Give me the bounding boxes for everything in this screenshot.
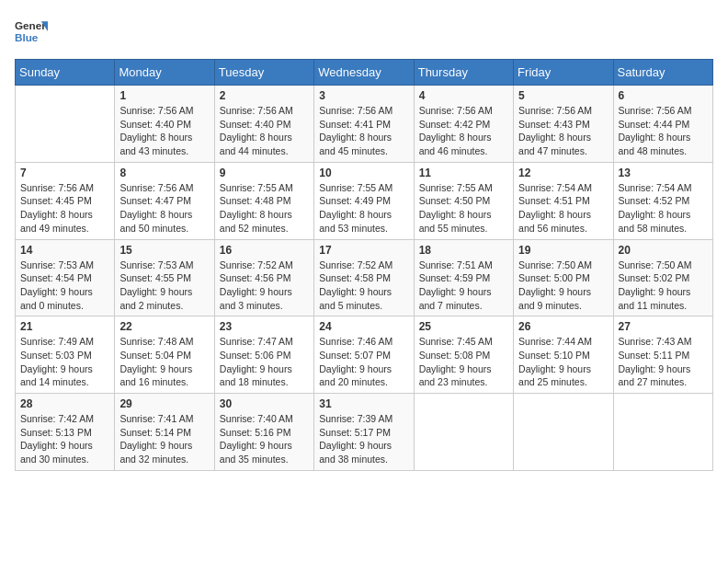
weekday-header: Wednesday (314, 60, 414, 86)
day-number: 26 (518, 320, 608, 333)
calendar-cell: 11Sunrise: 7:55 AMSunset: 4:50 PMDayligh… (414, 162, 513, 239)
day-info: Sunrise: 7:50 AMSunset: 5:02 PMDaylight:… (619, 259, 708, 313)
calendar-cell (514, 394, 613, 471)
calendar-cell: 18Sunrise: 7:51 AMSunset: 4:59 PMDayligh… (414, 239, 513, 316)
calendar-week-row: 28Sunrise: 7:42 AMSunset: 5:13 PMDayligh… (16, 394, 713, 471)
day-info: Sunrise: 7:55 AMSunset: 4:50 PMDaylight:… (419, 181, 508, 236)
calendar-cell: 4Sunrise: 7:56 AMSunset: 4:42 PMDaylight… (414, 86, 513, 163)
calendar-cell (613, 394, 712, 471)
calendar-body: 1Sunrise: 7:56 AMSunset: 4:40 PMDaylight… (16, 86, 713, 471)
calendar-cell: 7Sunrise: 7:56 AMSunset: 4:45 PMDaylight… (16, 162, 115, 239)
calendar-week-row: 7Sunrise: 7:56 AMSunset: 4:45 PMDaylight… (16, 162, 713, 239)
day-number: 27 (619, 320, 708, 333)
logo-icon: General Blue (15, 15, 48, 48)
day-info: Sunrise: 7:42 AMSunset: 5:13 PMDaylight:… (20, 412, 109, 466)
calendar-header: SundayMondayTuesdayWednesdayThursdayFrid… (16, 60, 713, 86)
day-info: Sunrise: 7:45 AMSunset: 5:08 PMDaylight:… (419, 335, 508, 389)
day-number: 24 (319, 320, 408, 333)
day-number: 5 (518, 89, 608, 102)
day-info: Sunrise: 7:39 AMSunset: 5:17 PMDaylight:… (319, 412, 408, 466)
calendar-cell: 8Sunrise: 7:56 AMSunset: 4:47 PMDaylight… (115, 162, 214, 239)
calendar-cell: 22Sunrise: 7:48 AMSunset: 5:04 PMDayligh… (115, 316, 214, 394)
day-info: Sunrise: 7:48 AMSunset: 5:04 PMDaylight:… (119, 335, 209, 389)
calendar-cell (16, 86, 115, 163)
day-number: 29 (119, 397, 209, 410)
calendar-cell: 30Sunrise: 7:40 AMSunset: 5:16 PMDayligh… (214, 394, 313, 471)
calendar-cell: 19Sunrise: 7:50 AMSunset: 5:00 PMDayligh… (514, 239, 613, 316)
day-number: 23 (220, 320, 309, 333)
weekday-header: Monday (115, 60, 214, 86)
day-number: 1 (119, 89, 209, 102)
day-number: 28 (20, 397, 109, 410)
day-number: 7 (20, 167, 109, 179)
day-number: 15 (119, 244, 209, 257)
day-number: 18 (419, 244, 508, 257)
day-info: Sunrise: 7:53 AMSunset: 4:55 PMDaylight:… (119, 259, 209, 313)
weekday-header: Tuesday (214, 60, 313, 86)
day-number: 9 (220, 167, 309, 179)
day-info: Sunrise: 7:55 AMSunset: 4:49 PMDaylight:… (319, 181, 408, 236)
day-number: 30 (220, 397, 309, 410)
calendar-cell: 29Sunrise: 7:41 AMSunset: 5:14 PMDayligh… (115, 394, 214, 471)
calendar-cell: 31Sunrise: 7:39 AMSunset: 5:17 PMDayligh… (314, 394, 414, 471)
svg-text:General: General (15, 19, 48, 31)
day-number: 12 (518, 167, 608, 179)
weekday-header: Sunday (16, 60, 115, 86)
day-info: Sunrise: 7:56 AMSunset: 4:40 PMDaylight:… (119, 104, 209, 158)
day-info: Sunrise: 7:56 AMSunset: 4:43 PMDaylight:… (518, 104, 608, 158)
calendar-cell: 21Sunrise: 7:49 AMSunset: 5:03 PMDayligh… (16, 316, 115, 394)
calendar-cell: 10Sunrise: 7:55 AMSunset: 4:49 PMDayligh… (314, 162, 414, 239)
day-number: 10 (319, 167, 408, 179)
day-number: 13 (619, 167, 708, 179)
day-number: 14 (20, 244, 109, 257)
day-number: 8 (119, 167, 209, 179)
day-number: 3 (319, 89, 408, 102)
calendar-cell: 17Sunrise: 7:52 AMSunset: 4:58 PMDayligh… (314, 239, 414, 316)
day-info: Sunrise: 7:56 AMSunset: 4:42 PMDaylight:… (419, 104, 508, 158)
calendar-week-row: 14Sunrise: 7:53 AMSunset: 4:54 PMDayligh… (16, 239, 713, 316)
day-info: Sunrise: 7:41 AMSunset: 5:14 PMDaylight:… (119, 412, 209, 466)
day-info: Sunrise: 7:43 AMSunset: 5:11 PMDaylight:… (619, 335, 708, 389)
day-number: 20 (619, 244, 708, 257)
calendar-cell: 6Sunrise: 7:56 AMSunset: 4:44 PMDaylight… (613, 86, 712, 163)
day-info: Sunrise: 7:56 AMSunset: 4:40 PMDaylight:… (220, 104, 309, 158)
calendar-table: SundayMondayTuesdayWednesdayThursdayFrid… (15, 59, 713, 471)
weekday-header: Saturday (613, 60, 712, 86)
day-info: Sunrise: 7:55 AMSunset: 4:48 PMDaylight:… (220, 181, 309, 236)
day-number: 25 (419, 320, 508, 333)
page-header: General Blue (15, 15, 713, 48)
day-number: 11 (419, 167, 508, 179)
calendar-cell: 25Sunrise: 7:45 AMSunset: 5:08 PMDayligh… (414, 316, 513, 394)
calendar-cell: 5Sunrise: 7:56 AMSunset: 4:43 PMDaylight… (514, 86, 613, 163)
calendar-cell: 14Sunrise: 7:53 AMSunset: 4:54 PMDayligh… (16, 239, 115, 316)
logo: General Blue (15, 15, 48, 48)
calendar-cell: 13Sunrise: 7:54 AMSunset: 4:52 PMDayligh… (613, 162, 712, 239)
day-number: 6 (619, 89, 708, 102)
calendar-cell: 20Sunrise: 7:50 AMSunset: 5:02 PMDayligh… (613, 239, 712, 316)
calendar-cell (414, 394, 513, 471)
day-info: Sunrise: 7:51 AMSunset: 4:59 PMDaylight:… (419, 259, 508, 313)
calendar-week-row: 1Sunrise: 7:56 AMSunset: 4:40 PMDaylight… (16, 86, 713, 163)
day-info: Sunrise: 7:56 AMSunset: 4:41 PMDaylight:… (319, 104, 408, 158)
calendar-cell: 12Sunrise: 7:54 AMSunset: 4:51 PMDayligh… (514, 162, 613, 239)
day-info: Sunrise: 7:52 AMSunset: 4:56 PMDaylight:… (220, 259, 309, 313)
day-info: Sunrise: 7:52 AMSunset: 4:58 PMDaylight:… (319, 259, 408, 313)
day-number: 22 (119, 320, 209, 333)
calendar-cell: 24Sunrise: 7:46 AMSunset: 5:07 PMDayligh… (314, 316, 414, 394)
day-info: Sunrise: 7:54 AMSunset: 4:52 PMDaylight:… (619, 181, 708, 236)
day-number: 4 (419, 89, 508, 102)
calendar-cell: 9Sunrise: 7:55 AMSunset: 4:48 PMDaylight… (214, 162, 313, 239)
day-info: Sunrise: 7:54 AMSunset: 4:51 PMDaylight:… (518, 181, 608, 236)
weekday-row: SundayMondayTuesdayWednesdayThursdayFrid… (16, 60, 713, 86)
calendar-cell: 15Sunrise: 7:53 AMSunset: 4:55 PMDayligh… (115, 239, 214, 316)
svg-text:Blue: Blue (15, 31, 39, 43)
day-info: Sunrise: 7:56 AMSunset: 4:44 PMDaylight:… (619, 104, 708, 158)
day-info: Sunrise: 7:47 AMSunset: 5:06 PMDaylight:… (220, 335, 309, 389)
calendar-cell: 3Sunrise: 7:56 AMSunset: 4:41 PMDaylight… (314, 86, 414, 163)
calendar-cell: 2Sunrise: 7:56 AMSunset: 4:40 PMDaylight… (214, 86, 313, 163)
calendar-cell: 23Sunrise: 7:47 AMSunset: 5:06 PMDayligh… (214, 316, 313, 394)
calendar-cell: 27Sunrise: 7:43 AMSunset: 5:11 PMDayligh… (613, 316, 712, 394)
calendar-cell: 16Sunrise: 7:52 AMSunset: 4:56 PMDayligh… (214, 239, 313, 316)
day-info: Sunrise: 7:44 AMSunset: 5:10 PMDaylight:… (518, 335, 608, 389)
day-info: Sunrise: 7:46 AMSunset: 5:07 PMDaylight:… (319, 335, 408, 389)
